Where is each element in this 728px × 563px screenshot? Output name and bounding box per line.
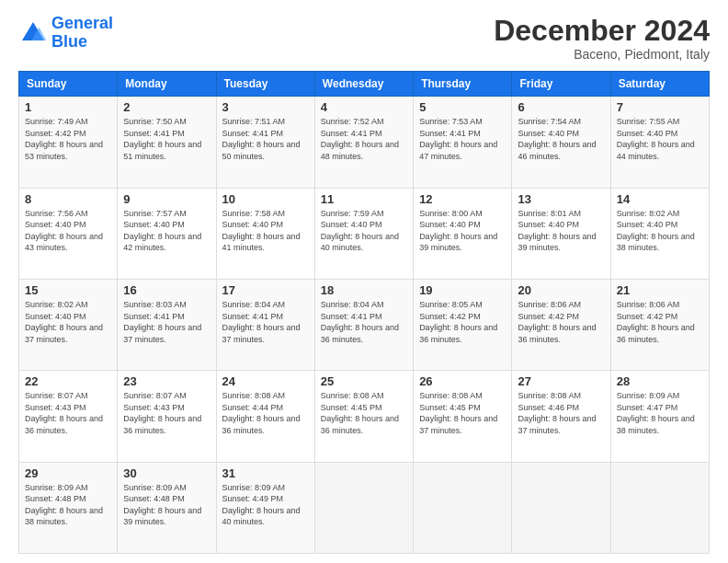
day-cell: 22 Sunrise: 8:07 AM Sunset: 4:43 PM Dayl…: [19, 371, 118, 462]
day-number: 20: [518, 283, 604, 297]
day-info: Sunrise: 8:07 AM Sunset: 4:43 PM Dayligh…: [25, 390, 111, 436]
day-number: 22: [25, 374, 111, 388]
day-info: Sunrise: 7:49 AM Sunset: 4:42 PM Dayligh…: [25, 116, 111, 162]
day-info: Sunrise: 8:09 AM Sunset: 4:48 PM Dayligh…: [25, 482, 111, 528]
day-cell: 20 Sunrise: 8:06 AM Sunset: 4:42 PM Dayl…: [512, 279, 610, 370]
day-number: 9: [123, 192, 210, 206]
day-cell: 25 Sunrise: 8:08 AM Sunset: 4:45 PM Dayl…: [314, 371, 413, 462]
day-cell: 16 Sunrise: 8:03 AM Sunset: 4:41 PM Dayl…: [118, 279, 216, 370]
day-info: Sunrise: 7:54 AM Sunset: 4:40 PM Dayligh…: [518, 116, 604, 162]
day-info: Sunrise: 7:50 AM Sunset: 4:41 PM Dayligh…: [123, 116, 210, 162]
day-number: 13: [518, 192, 604, 206]
day-cell: 30 Sunrise: 8:09 AM Sunset: 4:48 PM Dayl…: [118, 462, 216, 553]
logo-text: General Blue: [51, 15, 113, 52]
day-info: Sunrise: 8:09 AM Sunset: 4:47 PM Dayligh…: [617, 390, 703, 436]
day-cell: 28 Sunrise: 8:09 AM Sunset: 4:47 PM Dayl…: [610, 371, 709, 462]
col-header-tuesday: Tuesday: [216, 72, 314, 97]
day-cell: 23 Sunrise: 8:07 AM Sunset: 4:43 PM Dayl…: [118, 371, 216, 462]
logo: General Blue: [18, 15, 113, 52]
day-number: 26: [419, 374, 506, 388]
day-number: 2: [123, 100, 210, 114]
day-cell: 26 Sunrise: 8:08 AM Sunset: 4:45 PM Dayl…: [414, 371, 512, 462]
day-cell: 6 Sunrise: 7:54 AM Sunset: 4:40 PM Dayli…: [512, 97, 610, 188]
col-header-saturday: Saturday: [610, 72, 709, 97]
day-number: 18: [321, 283, 407, 297]
day-number: 25: [321, 374, 407, 388]
day-info: Sunrise: 8:01 AM Sunset: 4:40 PM Dayligh…: [518, 208, 604, 254]
day-info: Sunrise: 8:08 AM Sunset: 4:46 PM Dayligh…: [518, 390, 604, 436]
day-info: Sunrise: 8:02 AM Sunset: 4:40 PM Dayligh…: [617, 208, 703, 254]
day-cell: 21 Sunrise: 8:06 AM Sunset: 4:42 PM Dayl…: [610, 279, 709, 370]
day-info: Sunrise: 8:04 AM Sunset: 4:41 PM Dayligh…: [321, 299, 407, 345]
day-number: 12: [419, 192, 506, 206]
location-subtitle: Baceno, Piedmont, Italy: [494, 47, 710, 62]
page: General Blue December 2024 Baceno, Piedm…: [0, 0, 728, 563]
day-number: 21: [617, 283, 703, 297]
calendar-table: SundayMondayTuesdayWednesdayThursdayFrid…: [18, 71, 710, 554]
day-number: 8: [25, 192, 111, 206]
day-cell: 18 Sunrise: 8:04 AM Sunset: 4:41 PM Dayl…: [314, 279, 413, 370]
day-cell: 17 Sunrise: 8:04 AM Sunset: 4:41 PM Dayl…: [216, 279, 314, 370]
day-number: 15: [25, 283, 111, 297]
week-row-5: 29 Sunrise: 8:09 AM Sunset: 4:48 PM Dayl…: [19, 462, 710, 553]
day-info: Sunrise: 8:06 AM Sunset: 4:42 PM Dayligh…: [518, 299, 604, 345]
day-number: 1: [25, 100, 111, 114]
day-number: 27: [518, 374, 604, 388]
calendar-header-row: SundayMondayTuesdayWednesdayThursdayFrid…: [19, 72, 710, 97]
day-cell: 9 Sunrise: 7:57 AM Sunset: 4:40 PM Dayli…: [118, 188, 216, 279]
week-row-4: 22 Sunrise: 8:07 AM Sunset: 4:43 PM Dayl…: [19, 371, 710, 462]
col-header-thursday: Thursday: [414, 72, 512, 97]
month-title: December 2024: [494, 15, 710, 47]
day-info: Sunrise: 8:09 AM Sunset: 4:48 PM Dayligh…: [123, 482, 210, 528]
week-row-2: 8 Sunrise: 7:56 AM Sunset: 4:40 PM Dayli…: [19, 188, 710, 279]
day-number: 5: [419, 100, 506, 114]
day-info: Sunrise: 7:51 AM Sunset: 4:41 PM Dayligh…: [222, 116, 309, 162]
day-info: Sunrise: 7:58 AM Sunset: 4:40 PM Dayligh…: [222, 208, 309, 254]
day-cell: 14 Sunrise: 8:02 AM Sunset: 4:40 PM Dayl…: [610, 188, 709, 279]
day-cell: 7 Sunrise: 7:55 AM Sunset: 4:40 PM Dayli…: [610, 97, 709, 188]
day-info: Sunrise: 8:07 AM Sunset: 4:43 PM Dayligh…: [123, 390, 210, 436]
day-info: Sunrise: 7:57 AM Sunset: 4:40 PM Dayligh…: [123, 208, 210, 254]
day-info: Sunrise: 8:05 AM Sunset: 4:42 PM Dayligh…: [419, 299, 506, 345]
logo-line1: General: [51, 14, 113, 32]
day-number: 23: [123, 374, 210, 388]
header: General Blue December 2024 Baceno, Piedm…: [18, 15, 710, 62]
day-info: Sunrise: 8:02 AM Sunset: 4:40 PM Dayligh…: [25, 299, 111, 345]
day-cell: 10 Sunrise: 7:58 AM Sunset: 4:40 PM Dayl…: [216, 188, 314, 279]
day-info: Sunrise: 7:56 AM Sunset: 4:40 PM Dayligh…: [25, 208, 111, 254]
week-row-3: 15 Sunrise: 8:02 AM Sunset: 4:40 PM Dayl…: [19, 279, 710, 370]
day-cell: [610, 462, 709, 553]
day-number: 10: [222, 192, 309, 206]
day-cell: 8 Sunrise: 7:56 AM Sunset: 4:40 PM Dayli…: [19, 188, 118, 279]
day-cell: 3 Sunrise: 7:51 AM Sunset: 4:41 PM Dayli…: [216, 97, 314, 188]
day-number: 24: [222, 374, 309, 388]
day-cell: 24 Sunrise: 8:08 AM Sunset: 4:44 PM Dayl…: [216, 371, 314, 462]
col-header-monday: Monday: [118, 72, 216, 97]
day-number: 17: [222, 283, 309, 297]
day-cell: 11 Sunrise: 7:59 AM Sunset: 4:40 PM Dayl…: [314, 188, 413, 279]
day-number: 6: [518, 100, 604, 114]
day-info: Sunrise: 8:09 AM Sunset: 4:49 PM Dayligh…: [222, 482, 309, 528]
day-info: Sunrise: 8:06 AM Sunset: 4:42 PM Dayligh…: [617, 299, 703, 345]
day-info: Sunrise: 8:08 AM Sunset: 4:45 PM Dayligh…: [419, 390, 506, 436]
col-header-friday: Friday: [512, 72, 610, 97]
day-info: Sunrise: 8:04 AM Sunset: 4:41 PM Dayligh…: [222, 299, 309, 345]
title-block: December 2024 Baceno, Piedmont, Italy: [494, 15, 710, 62]
day-cell: [314, 462, 413, 553]
day-cell: [512, 462, 610, 553]
col-header-sunday: Sunday: [19, 72, 118, 97]
day-number: 4: [321, 100, 407, 114]
day-number: 7: [617, 100, 703, 114]
day-cell: 1 Sunrise: 7:49 AM Sunset: 4:42 PM Dayli…: [19, 97, 118, 188]
day-cell: 15 Sunrise: 8:02 AM Sunset: 4:40 PM Dayl…: [19, 279, 118, 370]
day-number: 30: [123, 466, 210, 480]
logo-icon: [18, 18, 48, 48]
day-info: Sunrise: 7:59 AM Sunset: 4:40 PM Dayligh…: [321, 208, 407, 254]
day-number: 11: [321, 192, 407, 206]
day-info: Sunrise: 8:08 AM Sunset: 4:45 PM Dayligh…: [321, 390, 407, 436]
col-header-wednesday: Wednesday: [314, 72, 413, 97]
logo-line2: Blue: [51, 32, 87, 51]
day-info: Sunrise: 7:55 AM Sunset: 4:40 PM Dayligh…: [617, 116, 703, 162]
week-row-1: 1 Sunrise: 7:49 AM Sunset: 4:42 PM Dayli…: [19, 97, 710, 188]
day-number: 28: [617, 374, 703, 388]
